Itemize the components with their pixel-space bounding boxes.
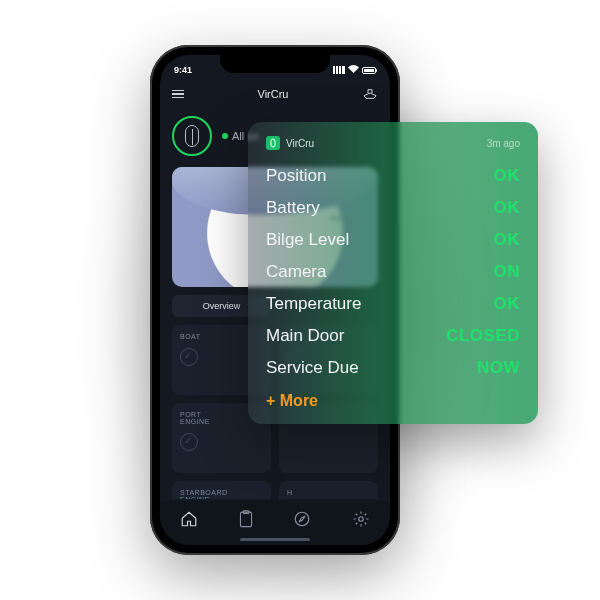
battery-icon [362, 67, 376, 74]
signal-icon [333, 66, 345, 74]
notif-value: OK [494, 166, 521, 186]
compass-icon[interactable] [293, 510, 311, 531]
notification-card[interactable]: VirCru 3m ago Position OK Battery OK Bil… [248, 122, 538, 424]
svg-point-2 [296, 512, 310, 526]
notif-label: Bilge Level [266, 230, 349, 250]
notif-label: Camera [266, 262, 326, 282]
notif-label: Main Door [266, 326, 344, 346]
phone-notch [220, 55, 330, 73]
clipboard-icon[interactable] [239, 510, 253, 531]
notif-label: Temperature [266, 294, 361, 314]
nav-bar: VirCru [160, 81, 390, 107]
notif-label: Battery [266, 198, 320, 218]
notification-time: 3m ago [487, 138, 520, 149]
notif-label: Service Due [266, 358, 359, 378]
svg-point-3 [359, 516, 364, 521]
bottom-tab-bar [160, 501, 390, 545]
gear-icon[interactable] [352, 510, 370, 531]
card-title: STARBOARD ENGINE [180, 489, 263, 499]
notification-row: Camera ON [266, 256, 520, 288]
svg-rect-0 [240, 512, 251, 527]
wifi-icon [348, 65, 359, 75]
notification-more-button[interactable]: + More [266, 384, 520, 410]
notif-value: NOW [477, 358, 520, 378]
home-indicator [240, 538, 310, 541]
notification-row: Bilge Level OK [266, 224, 520, 256]
notif-value: CLOSED [446, 326, 520, 346]
notification-row: Main Door CLOSED [266, 320, 520, 352]
notification-row: Temperature OK [266, 288, 520, 320]
notif-value: ON [494, 262, 521, 282]
notif-value: OK [494, 198, 521, 218]
status-time: 9:41 [174, 65, 192, 75]
notif-value: OK [494, 230, 521, 250]
notification-app-icon [266, 136, 280, 150]
card-starboard-engine[interactable]: STARBOARD ENGINE [172, 481, 271, 499]
status-ring-icon [172, 116, 212, 156]
check-circle-icon [180, 348, 198, 366]
notif-label: Position [266, 166, 326, 186]
notification-row: Position OK [266, 160, 520, 192]
app-title: VirCru [258, 88, 289, 100]
card-title: H [287, 489, 370, 496]
notification-row: Battery OK [266, 192, 520, 224]
notification-row: Service Due NOW [266, 352, 520, 384]
svg-rect-4 [271, 139, 275, 147]
notification-app-name: VirCru [286, 138, 314, 149]
status-dot-icon [222, 133, 228, 139]
card-h[interactable]: H [279, 481, 378, 499]
menu-icon[interactable] [172, 90, 184, 99]
notification-header: VirCru 3m ago [266, 136, 520, 150]
notif-value: OK [494, 294, 521, 314]
home-icon[interactable] [180, 510, 198, 531]
check-circle-icon [180, 433, 198, 451]
boat-outline-icon[interactable] [362, 86, 378, 102]
